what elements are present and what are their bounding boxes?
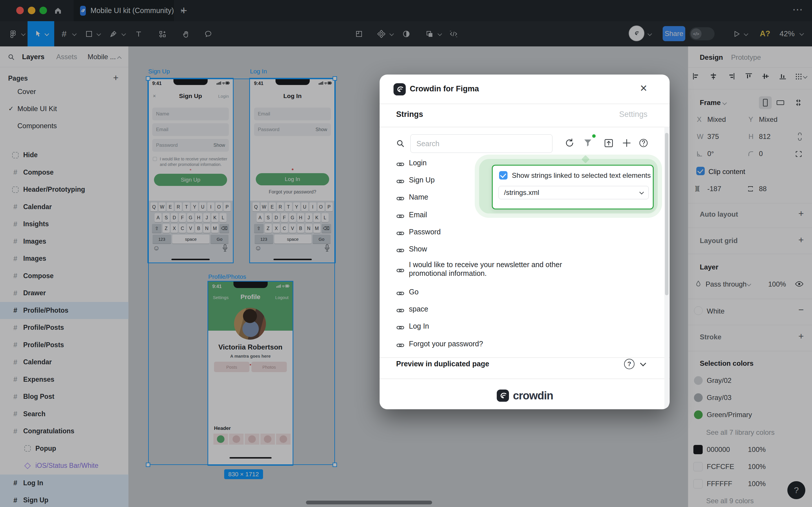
search-icon <box>396 139 405 148</box>
plugin-title: Crowdin for Figma <box>410 84 479 94</box>
crowdin-plugin-modal: Crowdin for Figma × Strings Settings Log… <box>380 74 670 409</box>
link-icon <box>396 324 404 332</box>
file-select-value: /strings.xml <box>504 188 539 196</box>
modal-scrollbar-thumb[interactable] <box>665 133 669 295</box>
crowdin-logo-icon <box>393 83 406 96</box>
link-icon <box>396 289 404 297</box>
string-text: Go <box>409 287 418 296</box>
tab-settings[interactable]: Settings <box>619 110 648 119</box>
expand-chevron-icon[interactable] <box>640 360 646 366</box>
refresh-icon[interactable] <box>564 138 575 148</box>
filter-icon[interactable] <box>583 138 593 148</box>
link-icon <box>396 160 404 168</box>
string-text: Password <box>409 227 441 236</box>
tab-strings[interactable]: Strings <box>396 110 423 119</box>
string-item-show[interactable]: Show <box>396 244 427 255</box>
upload-icon[interactable] <box>603 138 614 148</box>
file-select[interactable]: /strings.xml <box>499 186 649 199</box>
string-text: Email <box>409 210 427 219</box>
crowdin-footer-brand[interactable]: crowdin <box>380 382 670 409</box>
add-string-icon[interactable] <box>622 138 632 148</box>
string-text: space <box>409 304 428 313</box>
preview-label[interactable]: Preview in duplicated page <box>396 360 489 368</box>
link-icon <box>396 229 404 237</box>
linked-strings-popup: Show strings linked to selected text ele… <box>492 165 654 210</box>
string-text: Show <box>409 244 427 253</box>
help-icon[interactable] <box>638 138 649 148</box>
string-item-log-in[interactable]: Log In <box>396 322 429 332</box>
string-item-go[interactable]: Go <box>396 287 418 297</box>
figma-app: Mobile UI kit (Community) × + ⋯ # <box>0 0 812 507</box>
string-item-space[interactable]: space <box>396 304 428 315</box>
file-select-chevron-icon <box>639 190 644 194</box>
string-text: Log In <box>409 322 429 330</box>
string-item-forgot-your-password[interactable]: Forgot your password? <box>396 339 483 349</box>
string-text: Login <box>409 158 426 167</box>
string-text: Name <box>409 192 428 201</box>
string-item-login[interactable]: Login <box>396 158 426 168</box>
crowdin-wordmark: crowdin <box>513 390 553 402</box>
link-icon <box>396 246 404 255</box>
preview-help-icon[interactable]: ? <box>624 359 635 369</box>
filter-active-dot <box>592 134 596 138</box>
show-linked-label: Show strings linked to selected text ele… <box>512 171 651 179</box>
string-item-name[interactable]: Name <box>396 192 428 203</box>
link-icon <box>396 177 404 185</box>
link-icon <box>396 267 404 274</box>
show-linked-checkbox[interactable] <box>499 171 508 179</box>
string-text: Forgot your password? <box>409 339 483 348</box>
link-icon <box>396 212 404 220</box>
link-icon <box>396 194 404 203</box>
crowdin-logo-icon <box>496 389 510 402</box>
popup-highlight-halo: Show strings linked to selected text ele… <box>479 159 658 214</box>
close-icon[interactable]: × <box>640 82 647 94</box>
string-item-email[interactable]: Email <box>396 210 427 220</box>
modal-scrollbar[interactable] <box>664 127 669 408</box>
string-item-sign-up[interactable]: Sign Up <box>396 175 435 185</box>
string-item-i-would-like-to-receive-your-n[interactable]: I would like to receive your newsletter … <box>396 260 600 278</box>
string-text: I would like to receive your newsletter … <box>409 260 600 278</box>
link-icon <box>396 306 404 315</box>
string-text: Sign Up <box>409 175 435 184</box>
link-icon <box>396 341 404 349</box>
string-item-password[interactable]: Password <box>396 227 441 237</box>
search-input[interactable] <box>410 134 553 153</box>
